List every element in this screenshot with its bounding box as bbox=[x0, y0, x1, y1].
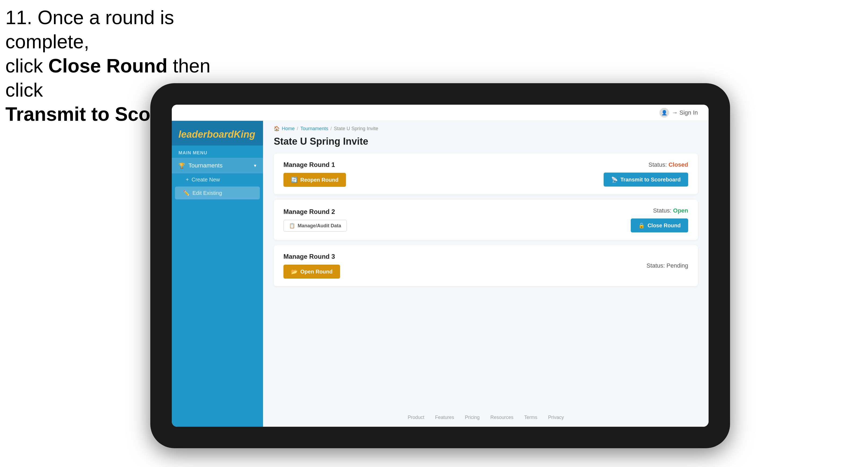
sidebar-item-create-new[interactable]: + Create New bbox=[172, 174, 263, 186]
round-3-status: Status: Pending bbox=[647, 262, 688, 269]
breadcrumb: 🏠 Home / Tournaments / State U Spring In… bbox=[263, 121, 709, 134]
round-2-status: Status: Open bbox=[653, 207, 688, 214]
round-1-right: Status: Closed 📡 Transmit to Scoreboard bbox=[603, 161, 688, 187]
round-2-title: Manage Round 2 bbox=[283, 208, 347, 216]
round-3-section: Manage Round 3 📂 Open Round Status: Pend… bbox=[274, 245, 698, 286]
create-new-label: Create New bbox=[192, 177, 220, 183]
menu-label: MAIN MENU bbox=[172, 146, 263, 158]
edit-existing-label: Edit Existing bbox=[192, 190, 222, 196]
footer: Product Features Pricing Resources Terms… bbox=[263, 408, 709, 427]
breadcrumb-home-icon: 🏠 bbox=[274, 126, 280, 131]
main-layout: leaderboardKing MAIN MENU 🏆 Tournaments … bbox=[172, 121, 709, 427]
top-bar: 👤 → Sign In bbox=[172, 105, 709, 121]
footer-terms[interactable]: Terms bbox=[524, 415, 537, 420]
page-title: State U Spring Invite bbox=[263, 134, 709, 154]
transmit-to-scoreboard-button[interactable]: 📡 Transmit to Scoreboard bbox=[603, 173, 688, 187]
edit-icon: ✏️ bbox=[183, 190, 190, 196]
logo-regular: leaderboard bbox=[179, 129, 234, 140]
tablet-frame: 👤 → Sign In leaderboardKing MAIN MENU 🏆 … bbox=[150, 83, 730, 448]
sidebar: leaderboardKing MAIN MENU 🏆 Tournaments … bbox=[172, 121, 263, 427]
close-round-button[interactable]: 🔒 Close Round bbox=[631, 218, 688, 232]
sidebar-tournaments-label: Tournaments bbox=[188, 162, 222, 169]
footer-product[interactable]: Product bbox=[408, 415, 424, 420]
reopen-icon: 🔄 bbox=[291, 177, 298, 183]
transmit-icon: 📡 bbox=[611, 176, 618, 183]
reopen-round-button[interactable]: 🔄 Reopen Round bbox=[283, 173, 346, 187]
audit-icon: 📋 bbox=[289, 223, 295, 229]
round-1-left: Manage Round 1 🔄 Reopen Round bbox=[283, 161, 346, 187]
footer-privacy[interactable]: Privacy bbox=[548, 415, 564, 420]
round-3-right: Status: Pending bbox=[647, 262, 688, 269]
sidebar-logo: leaderboardKing bbox=[172, 121, 263, 146]
open-icon: 📂 bbox=[291, 269, 298, 275]
user-avatar-icon: 👤 bbox=[659, 108, 669, 118]
breadcrumb-sep2: / bbox=[331, 126, 332, 131]
close-icon: 🔒 bbox=[638, 222, 645, 229]
round-1-title: Manage Round 1 bbox=[283, 161, 346, 168]
rounds-container: Manage Round 1 🔄 Reopen Round Status: Cl… bbox=[263, 154, 709, 408]
sidebar-item-tournaments[interactable]: 🏆 Tournaments ▾ bbox=[172, 158, 263, 174]
chevron-down-icon: ▾ bbox=[254, 163, 256, 168]
round-3-status-value: Pending bbox=[666, 262, 688, 269]
round-3-title: Manage Round 3 bbox=[283, 253, 340, 260]
instruction-line1: 11. Once a round is complete, bbox=[5, 7, 174, 52]
footer-features[interactable]: Features bbox=[435, 415, 454, 420]
sign-in-label[interactable]: → Sign In bbox=[672, 109, 698, 116]
breadcrumb-home[interactable]: Home bbox=[282, 126, 295, 131]
breadcrumb-current: State U Spring Invite bbox=[334, 126, 378, 131]
logo-bold: King bbox=[234, 129, 255, 140]
round-1-section: Manage Round 1 🔄 Reopen Round Status: Cl… bbox=[274, 154, 698, 194]
round-2-left: Manage Round 2 📋 Manage/Audit Data bbox=[283, 208, 347, 231]
round-1-status-value: Closed bbox=[669, 161, 688, 168]
sidebar-item-edit-existing[interactable]: ✏️ Edit Existing bbox=[175, 187, 260, 199]
round-1-status: Status: Closed bbox=[648, 161, 688, 168]
trophy-icon: 🏆 bbox=[179, 162, 185, 169]
logo: leaderboardKing bbox=[179, 129, 256, 140]
round-2-section: Manage Round 2 📋 Manage/Audit Data Statu… bbox=[274, 200, 698, 240]
content-area: 🏠 Home / Tournaments / State U Spring In… bbox=[263, 121, 709, 427]
plus-icon: + bbox=[186, 177, 189, 183]
breadcrumb-tournaments[interactable]: Tournaments bbox=[300, 126, 328, 131]
footer-pricing[interactable]: Pricing bbox=[465, 415, 479, 420]
open-round-button[interactable]: 📂 Open Round bbox=[283, 264, 340, 279]
manage-audit-data-button[interactable]: 📋 Manage/Audit Data bbox=[283, 220, 347, 231]
round-2-right: Status: Open 🔒 Close Round bbox=[631, 207, 688, 232]
tablet-screen: 👤 → Sign In leaderboardKing MAIN MENU 🏆 … bbox=[172, 105, 709, 427]
sign-in-area[interactable]: 👤 → Sign In bbox=[659, 108, 698, 118]
round-2-status-value: Open bbox=[673, 207, 688, 214]
breadcrumb-sep1: / bbox=[297, 126, 298, 131]
round-3-left: Manage Round 3 📂 Open Round bbox=[283, 253, 340, 279]
footer-resources[interactable]: Resources bbox=[490, 415, 514, 420]
